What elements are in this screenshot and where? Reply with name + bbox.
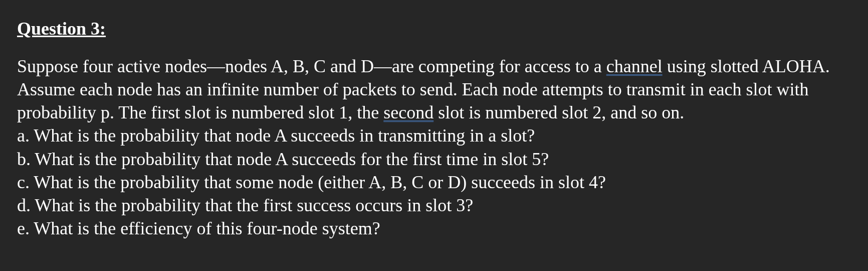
part-b: b. What is the probability that node A s…	[17, 149, 549, 169]
link-channel[interactable]: channel	[606, 56, 663, 76]
question-heading: Question 3:	[17, 18, 851, 40]
link-second[interactable]: second	[383, 102, 433, 122]
question-body: Suppose four active nodes—nodes A, B, C …	[17, 55, 851, 240]
intro-text-1: Suppose four active nodes—nodes A, B, C …	[17, 56, 606, 76]
question-block: Question 3: Suppose four active nodes—no…	[0, 0, 868, 255]
intro-text-3: slot is numbered slot 2, and so on.	[433, 102, 684, 122]
part-e: e. What is the efficiency of this four-n…	[17, 218, 380, 238]
part-d: d. What is the probability that the firs…	[17, 195, 473, 215]
part-a: a. What is the probability that node A s…	[17, 125, 535, 146]
part-c: c. What is the probability that some nod…	[17, 172, 606, 192]
